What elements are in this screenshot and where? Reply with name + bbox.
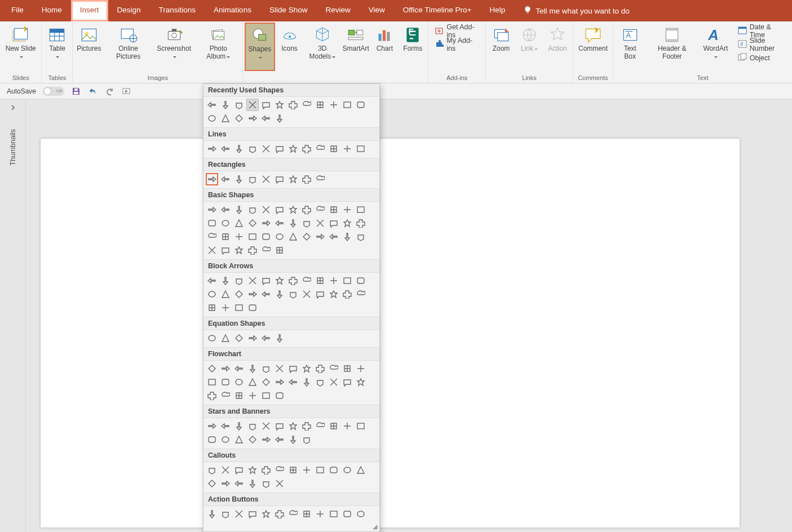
shape-option[interactable] <box>300 362 313 375</box>
shape-option[interactable] <box>287 433 299 446</box>
wordart-button[interactable]: A WordArt <box>699 23 732 71</box>
shape-option[interactable] <box>206 203 218 216</box>
shape-option[interactable] <box>300 99 313 111</box>
shape-option[interactable] <box>328 143 340 155</box>
pictures-button[interactable]: Pictures <box>74 23 103 71</box>
shape-option[interactable] <box>206 274 218 287</box>
shape-option[interactable] <box>219 477 232 490</box>
shape-option[interactable] <box>246 230 259 243</box>
shape-option[interactable] <box>341 508 353 520</box>
shape-option[interactable] <box>260 376 272 388</box>
shape-option[interactable] <box>328 362 340 375</box>
shape-option[interactable] <box>206 143 218 155</box>
zoom-button[interactable]: Zoom <box>488 23 515 71</box>
shape-option[interactable] <box>300 464 313 476</box>
shape-option[interactable] <box>300 217 313 229</box>
redo-button[interactable] <box>105 86 115 96</box>
shape-option[interactable] <box>233 302 245 314</box>
tab-office-timeline[interactable]: Office Timeline Pro+ <box>394 0 481 21</box>
shape-option[interactable] <box>233 230 245 243</box>
shape-option[interactable] <box>260 420 272 432</box>
shape-option[interactable] <box>355 420 367 432</box>
text-box-button[interactable]: A Text Box <box>615 23 645 71</box>
shape-option[interactable] <box>260 217 272 229</box>
shape-option[interactable] <box>273 173 286 185</box>
shape-option[interactable] <box>260 433 272 446</box>
shape-option[interactable] <box>206 244 218 256</box>
shape-option[interactable] <box>260 464 272 476</box>
undo-button[interactable] <box>88 86 98 96</box>
shape-option[interactable] <box>206 376 218 388</box>
shape-option[interactable] <box>219 112 232 125</box>
shape-option[interactable] <box>219 99 232 111</box>
smartart-button[interactable]: SmartArt <box>342 23 370 71</box>
shape-option[interactable] <box>246 143 259 155</box>
shape-option[interactable] <box>233 244 245 256</box>
shape-option[interactable] <box>273 112 286 125</box>
shape-option[interactable] <box>206 112 218 125</box>
shape-option[interactable] <box>219 332 232 344</box>
shape-option[interactable] <box>341 230 353 243</box>
shape-option[interactable] <box>355 362 367 375</box>
thumbnails-expand-button[interactable] <box>10 104 16 112</box>
shape-option[interactable] <box>233 362 245 375</box>
shape-option[interactable] <box>260 288 272 300</box>
shape-option[interactable] <box>273 244 286 256</box>
shape-option[interactable] <box>273 477 286 490</box>
shape-option[interactable] <box>219 420 232 432</box>
shape-option[interactable] <box>246 477 259 490</box>
shape-option[interactable] <box>273 389 286 402</box>
shape-option[interactable] <box>314 274 326 287</box>
shape-option[interactable] <box>219 508 232 520</box>
online-pictures-button[interactable]: Online Pictures <box>104 23 152 71</box>
shape-option[interactable] <box>206 217 218 229</box>
shape-option[interactable] <box>341 217 353 229</box>
shape-option[interactable] <box>273 332 286 344</box>
tell-me-search[interactable]: Tell me what you want to do <box>514 0 639 21</box>
shape-option[interactable] <box>300 203 313 216</box>
shape-option[interactable] <box>300 288 313 300</box>
shape-option[interactable] <box>287 376 299 388</box>
shape-option[interactable] <box>355 99 367 111</box>
shape-option[interactable] <box>260 362 272 375</box>
shape-option[interactable] <box>341 203 353 216</box>
shape-option[interactable] <box>314 217 326 229</box>
shape-option[interactable] <box>328 203 340 216</box>
shape-option[interactable] <box>355 143 367 155</box>
shape-option[interactable] <box>300 230 313 243</box>
shape-option[interactable] <box>328 508 340 520</box>
table-button[interactable]: Table <box>43 23 70 71</box>
shape-option[interactable] <box>273 433 286 446</box>
shape-option[interactable] <box>246 244 259 256</box>
shape-option[interactable] <box>206 230 218 243</box>
shape-option[interactable] <box>287 173 299 185</box>
shape-option[interactable] <box>233 508 245 520</box>
shape-option[interactable] <box>233 433 245 446</box>
shape-option[interactable] <box>219 389 232 402</box>
tab-animations[interactable]: Animations <box>205 0 260 21</box>
shape-option[interactable] <box>273 143 286 155</box>
shape-option[interactable] <box>273 99 286 111</box>
chart-button[interactable]: Chart <box>371 23 398 71</box>
shape-option[interactable] <box>287 143 299 155</box>
shape-option[interactable] <box>273 420 286 432</box>
header-footer-button[interactable]: Header & Footer <box>646 23 698 71</box>
shape-option[interactable] <box>341 362 353 375</box>
shape-option[interactable] <box>219 203 232 216</box>
shape-option[interactable] <box>219 288 232 300</box>
shape-option[interactable] <box>206 508 218 520</box>
tab-help[interactable]: Help <box>480 0 514 21</box>
shape-option[interactable] <box>341 143 353 155</box>
shape-option[interactable] <box>260 230 272 243</box>
shape-option[interactable] <box>355 288 367 300</box>
shape-option[interactable] <box>233 217 245 229</box>
forms-button[interactable]: F Forms <box>399 23 426 71</box>
shape-option[interactable] <box>233 173 245 185</box>
shape-option[interactable] <box>355 274 367 287</box>
shape-option[interactable] <box>233 99 245 111</box>
shape-option[interactable] <box>287 288 299 300</box>
shape-option[interactable] <box>206 302 218 314</box>
shape-option[interactable] <box>246 464 259 476</box>
shape-option[interactable] <box>300 420 313 432</box>
shape-option[interactable] <box>287 230 299 243</box>
